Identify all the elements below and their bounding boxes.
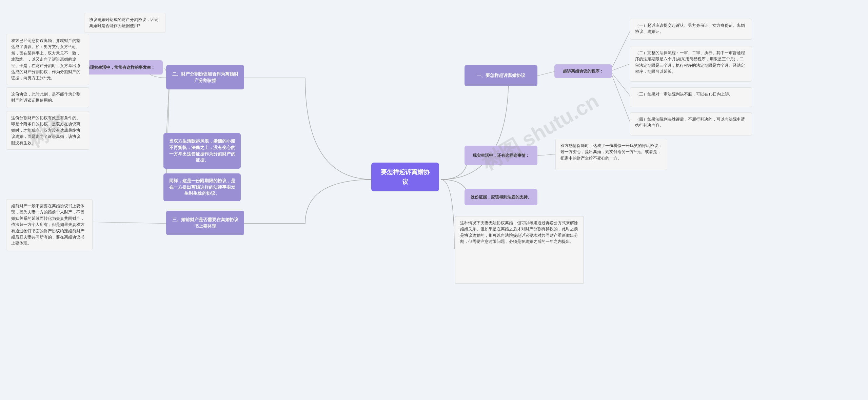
sub-right-1-label: 起诉离婚协议的程序： xyxy=(563,68,604,74)
branch-left-1b-label: 当双方生活陡起风浪，婚姻的小船 不再扬帆，法庭之上，没有变心的 一方举出这份证据… xyxy=(169,138,235,164)
leaf-left-2-text: 婚前财产一般不需要在离婚协议书上要体现，因为夫妻一方的婚前个人财产，不因婚姻关系… xyxy=(11,204,84,245)
central-node: 要怎样起诉离婚协议 xyxy=(371,163,439,191)
leaf-right-1-1-text: （一）起诉应该提交起诉状、男方身份证、女方身份证、离婚协议、离婚证。 xyxy=(635,23,745,34)
branch-left-1b: 当双方生活陡起风浪，婚姻的小船 不再扬帆，法庭之上，没有变心的 一方举出这份证据… xyxy=(163,133,241,169)
leaf-right-2: 双方感情保鲜时，达成了一份看似一开玩笑的好玩协议：若一方变心，提出离婚，则支付给… xyxy=(555,139,667,170)
branch-right-1: 一、要怎样起诉离婚协议 xyxy=(465,65,537,86)
leaf-left-1a-3: 这份协议，此时此刻，是不能作为分割财产的诉讼证据使用的。 xyxy=(6,87,89,107)
sub-left-1a-label: 在现实生活中，常常有这样的事发生： xyxy=(86,64,155,70)
branch-left-2: 三、婚前财产是否需要在离婚协议 书上要体现 xyxy=(166,211,244,235)
svg-line-2 xyxy=(610,30,631,71)
branch-right-4-text: 这种情况下夫妻无法协议离婚，但可以考虑通过诉讼公方式来解除婚姻关系。但如果是在离… xyxy=(460,221,578,244)
svg-line-6 xyxy=(536,154,556,156)
svg-line-1 xyxy=(536,71,556,76)
leaf-right-1-2: （二）完整的法律流程：一审、二审、执行。其中一审普通程序的法定期限是六个月(如采… xyxy=(630,46,752,82)
leaf-right-1-4-text: （四）如果法院判决胜诉后，不履行判决的，可以向法院申请执行判决内容。 xyxy=(635,117,745,127)
leaf-left-2: 婚前财产一般不需要在离婚协议书上要体现，因为夫妻一方的婚前个人财产，不因婚姻关系… xyxy=(6,199,93,250)
branch-left-1c: 同样，这是一份附期限的协议，是 在一方提出离婚这样的法律事实发 生时生效的协议。 xyxy=(163,173,241,201)
branch-right-3: 这份证据，应该得到法庭的支持。 xyxy=(465,189,537,205)
central-label: 要怎样起诉离婚协议 xyxy=(379,167,431,187)
branch-right-4: 这种情况下夫妻无法协议离婚，但可以考虑通过诉讼公方式来解除婚姻关系。但如果是在离… xyxy=(455,216,584,284)
branch-left-1-label: 二、财产分割协议能否作为离婚财 产分割依据 xyxy=(172,71,238,84)
svg-line-3 xyxy=(610,64,631,71)
leaf-left-1a-4-text: 这份分割财产的协议有效是有条件的。即是个附条件的协议，是双方在协议离婚时，才能成… xyxy=(11,116,80,145)
branch-left-1c-label: 同样，这是一份附期限的协议，是 在一方提出离婚这样的法律事实发 生时生效的协议。 xyxy=(169,178,235,197)
sub-right-1: 起诉离婚协议的程序： xyxy=(554,64,612,78)
leaf-right-2-text: 双方感情保鲜时，达成了一份看似一开玩笑的好玩协议：若一方变心，提出离婚，则支付给… xyxy=(560,144,662,160)
branch-right-1-label: 一、要怎样起诉离婚协议 xyxy=(477,72,525,79)
leaf-right-1-3-text: （三）如果对一审法院判决不服，可以在15日内上诉。 xyxy=(635,92,733,96)
svg-line-4 xyxy=(610,71,631,97)
branch-right-2-label: 现实生活中，还有这样这事情： xyxy=(473,152,530,159)
leaf-right-1-1: （一）起诉应该提交起诉状、男方身份证、女方身份证、离婚协议、离婚证。 xyxy=(630,19,752,40)
leaf-left-1a-2-text: 协议离婚时达成的财产分割协议，诉讼离婚时是否能作为证据使用? xyxy=(89,18,158,28)
leaf-left-1a-1: 双方已经同意协议离婚，并就财产的割达成了协议。如：男方支付女方**元。 然，因在… xyxy=(6,34,89,85)
sub-left-1a: 在现实生活中，常常有这样的事发生： xyxy=(78,60,163,75)
leaf-left-1a-1-text: 双方已经同意协议离婚，并就财产的割达成了协议。如：男方支付女方**元。 然，因在… xyxy=(11,39,80,80)
leaf-right-1-4: （四）如果法院判决胜诉后，不履行判决的，可以向法院申请执行判决内容。 xyxy=(630,112,752,135)
svg-line-5 xyxy=(610,71,631,124)
leaf-right-1-2-text: （二）完整的法律流程：一审、二审、执行。其中一审普通程序的法定期限是六个月(如采… xyxy=(635,51,745,73)
leaf-left-1a-2: 协议离婚时达成的财产分割协议，诉讼离婚时是否能作为证据使用? xyxy=(84,13,165,33)
branch-right-2: 现实生活中，还有这样这事情： xyxy=(465,146,537,165)
leaf-left-1a-3-text: 这份协议，此时此刻，是不能作为分割财产的诉讼证据使用的。 xyxy=(11,92,80,102)
branch-left-1: 二、财产分割协议能否作为离婚财 产分割依据 xyxy=(166,65,244,89)
mindmap-container: 树图 树图 shutu.cn 要怎样起诉离婚协议 二、财产分割协议能否作为离婚财… xyxy=(0,0,868,400)
leaf-left-1a-4: 这份分割财产的协议有效是有条件的。即是个附条件的协议，是双方在协议离婚时，才能成… xyxy=(6,111,89,150)
leaf-right-1-3: （三）如果对一审法院判决不服，可以在15日内上诉。 xyxy=(630,87,752,107)
branch-right-3-label: 这份证据，应该得到法庭的支持。 xyxy=(471,194,532,200)
svg-line-7 xyxy=(88,222,170,224)
branch-left-2-label: 三、婚前财产是否需要在离婚协议 书上要体现 xyxy=(172,216,238,230)
